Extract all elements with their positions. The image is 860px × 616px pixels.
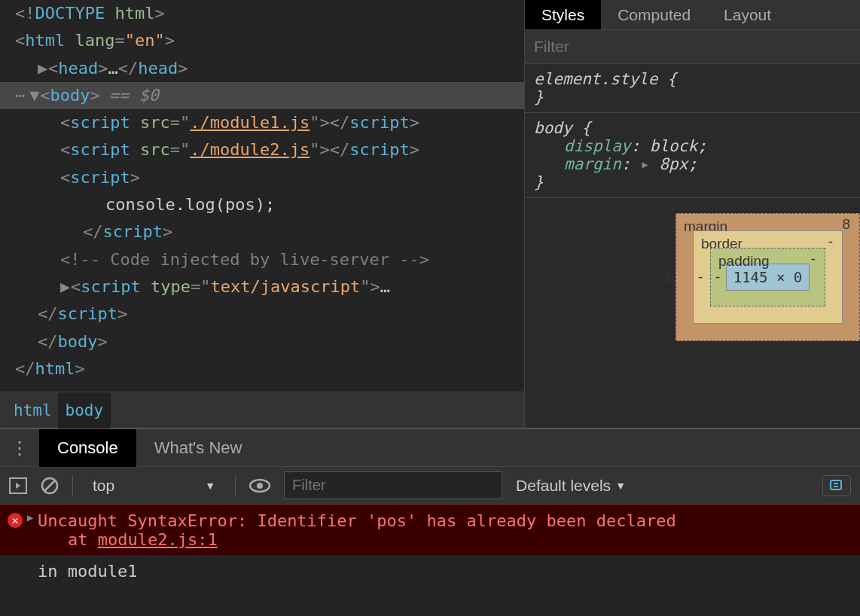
styles-panel: Styles Computed Layout element.style { }… bbox=[524, 0, 860, 428]
box-model-margin-top: 8 bbox=[842, 216, 850, 233]
console-output: ✕ ▶ Uncaught SyntaxError: Identifier 'po… bbox=[0, 505, 860, 587]
box-model-margin-left: 8 bbox=[666, 269, 674, 285]
styles-filter-bar bbox=[525, 30, 860, 64]
tab-layout[interactable]: Layout bbox=[707, 0, 788, 29]
box-model-padding-top: - bbox=[811, 251, 816, 267]
chevron-down-icon: ▼ bbox=[205, 480, 215, 492]
console-error-row[interactable]: ✕ ▶ Uncaught SyntaxError: Identifier 'po… bbox=[0, 505, 860, 556]
console-log-row[interactable]: in module1 bbox=[0, 556, 860, 587]
live-expression-icon[interactable] bbox=[249, 478, 270, 493]
expand-triangle-icon[interactable]: ▶ bbox=[27, 511, 33, 523]
box-model-border-top: - bbox=[828, 233, 833, 250]
ellipsis-icon[interactable]: ⋯ bbox=[15, 82, 25, 109]
breadcrumb-item-html[interactable]: html bbox=[8, 401, 58, 419]
dom-line[interactable]: console.log(pos); bbox=[15, 191, 524, 218]
console-toolbar: top▼ Default levels ▼ bbox=[0, 467, 860, 505]
dom-tree[interactable]: <!DOCTYPE html> <html lang="en"> ▶<head>… bbox=[0, 0, 524, 392]
style-rule-body[interactable]: body { display: block; margin: ▸ 8px; } bbox=[525, 113, 860, 198]
dom-line[interactable]: ▶<script type="text/javascript">… bbox=[15, 273, 524, 300]
svg-marker-1 bbox=[16, 483, 20, 489]
dom-line[interactable]: <html lang="en"> bbox=[15, 27, 524, 54]
dom-line[interactable]: <script> bbox=[15, 164, 524, 191]
sidebar-toggle-icon[interactable] bbox=[9, 477, 27, 494]
elements-panel: <!DOCTYPE html> <html lang="en"> ▶<head>… bbox=[0, 0, 524, 428]
error-message: Uncaught SyntaxError: Identifier 'pos' h… bbox=[38, 511, 851, 530]
dom-line[interactable]: <!-- Code injected by live-server --> bbox=[15, 246, 524, 273]
drawer-tabs: ⋮ Console What's New bbox=[0, 429, 860, 467]
box-model-border-left: - bbox=[698, 269, 703, 285]
tab-whats-new[interactable]: What's New bbox=[136, 429, 261, 467]
selected-dom-node[interactable]: ⋯ ▼ <body> == $0 bbox=[0, 82, 524, 109]
breadcrumb-item-body[interactable]: body bbox=[58, 392, 111, 428]
dom-line[interactable]: <script src="./module2.js"></script> bbox=[15, 136, 524, 163]
dom-line[interactable]: <!DOCTYPE html> bbox=[15, 0, 524, 27]
expand-triangle-icon[interactable]: ▶ bbox=[38, 55, 48, 82]
dom-line[interactable]: </body> bbox=[15, 328, 524, 355]
tab-styles[interactable]: Styles bbox=[525, 0, 601, 29]
style-rule-element[interactable]: element.style { } bbox=[525, 64, 860, 113]
console-filter-input[interactable] bbox=[284, 471, 502, 499]
box-model[interactable]: margin 8 8 border - - padding - - 1145 ×… bbox=[525, 198, 860, 341]
styles-tabs: Styles Computed Layout bbox=[525, 0, 860, 30]
clear-console-icon[interactable] bbox=[41, 477, 59, 495]
svg-rect-6 bbox=[831, 480, 841, 489]
dom-line[interactable]: <script src="./module1.js"></script> bbox=[15, 109, 524, 136]
tab-console[interactable]: Console bbox=[39, 429, 136, 467]
kebab-menu-icon[interactable]: ⋮ bbox=[0, 438, 39, 459]
dollar-zero-label: == $0 bbox=[109, 82, 159, 109]
box-model-padding-left: - bbox=[715, 269, 720, 285]
issues-badge[interactable] bbox=[822, 475, 851, 496]
styles-filter-input[interactable] bbox=[534, 38, 851, 56]
dom-line[interactable]: </html> bbox=[15, 355, 524, 383]
breadcrumb: html body bbox=[0, 392, 524, 428]
collapse-triangle-icon[interactable]: ▼ bbox=[29, 82, 40, 109]
error-source-link[interactable]: module2.js:1 bbox=[98, 530, 218, 549]
box-model-padding-label: padding bbox=[718, 253, 770, 270]
console-drawer: ⋮ Console What's New top▼ Default levels… bbox=[0, 428, 860, 587]
svg-point-5 bbox=[257, 483, 263, 489]
svg-line-3 bbox=[44, 480, 55, 491]
dom-line[interactable]: ▶<head>…</head> bbox=[15, 55, 524, 82]
expand-triangle-icon[interactable]: ▶ bbox=[60, 273, 71, 300]
dom-line[interactable]: </script> bbox=[15, 300, 524, 328]
tab-computed[interactable]: Computed bbox=[601, 0, 707, 29]
execution-context-selector[interactable]: top▼ bbox=[87, 477, 221, 495]
chevron-down-icon: ▼ bbox=[615, 480, 626, 492]
log-levels-selector[interactable]: Default levels ▼ bbox=[516, 477, 626, 495]
dom-line[interactable]: </script> bbox=[15, 218, 524, 245]
error-icon: ✕ bbox=[8, 513, 23, 528]
